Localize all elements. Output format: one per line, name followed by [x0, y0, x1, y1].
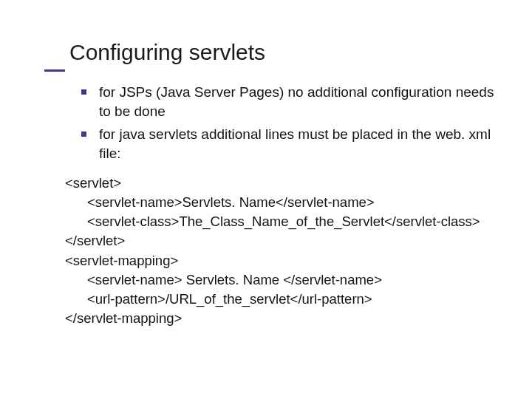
title-row: Configuring servlets [69, 40, 495, 65]
code-block: <servlet> <servlet-name>Servlets. Name</… [65, 174, 495, 329]
code-line: <servlet-name>Servlets. Name</servlet-na… [65, 193, 495, 212]
code-line: </servlet> [65, 231, 495, 250]
accent-bar [44, 69, 65, 72]
code-line: <servlet-name> Servlets. Name </servlet-… [65, 270, 495, 290]
code-line: <servlet-mapping> [65, 251, 495, 270]
code-line: <servlet> [65, 174, 495, 193]
slide: Configuring servlets for JSPs (Java Serv… [0, 0, 532, 399]
bullet-item: for JSPs (Java Server Pages) no addition… [81, 83, 495, 120]
code-line: <url-pattern>/URL_of_the_servlet</url-pa… [65, 290, 495, 309]
slide-title: Configuring servlets [69, 40, 495, 65]
code-line: <servlet-class>The_Class_Name_of_the_Ser… [65, 212, 495, 231]
bullet-item: for java servlets additional lines must … [81, 125, 495, 163]
bullet-list: for JSPs (Java Server Pages) no addition… [81, 83, 495, 163]
code-line: </servlet-mapping> [65, 309, 495, 328]
